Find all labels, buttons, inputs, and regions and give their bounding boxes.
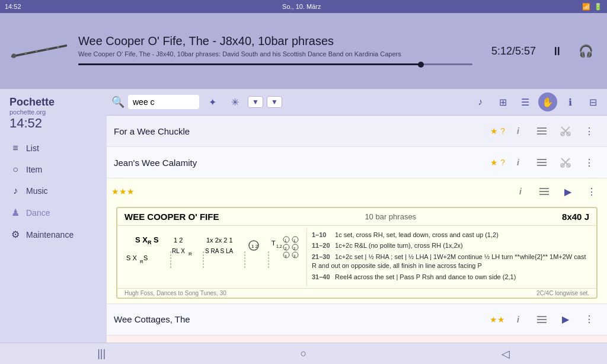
list-lines-icon2: [536, 158, 548, 167]
info-btn-wee-cottages[interactable]: i: [507, 309, 529, 330]
dance-row-wee-croft: ★★ i: [107, 336, 607, 343]
toolbar-hand-icon[interactable]: ✋: [538, 92, 557, 111]
info-btn-wee-croft[interactable]: i: [510, 338, 531, 343]
track-subtitle: Wee Cooper O' Fife, The - J8x40, 10bar p…: [78, 50, 472, 58]
info-btn-jeans-wee-calamity[interactable]: i: [507, 152, 529, 173]
home-button[interactable]: ○: [289, 345, 319, 362]
svg-text:2: 2: [285, 247, 287, 250]
sidebar-item-list[interactable]: ≡ List: [5, 138, 102, 158]
rating-jeans-wee-calamity: ★ ?: [490, 158, 505, 167]
progress-bar[interactable]: [78, 63, 472, 65]
svg-text:1,2: 1,2: [276, 244, 282, 248]
pause-button[interactable]: ⏸: [545, 39, 569, 63]
svg-point-4: [46, 48, 49, 50]
list-btn-wee-cottages[interactable]: [531, 309, 552, 330]
sidebar-label-dance: Dance: [26, 208, 50, 218]
scissors-icon: [560, 126, 571, 136]
svg-text:1 2: 1 2: [251, 244, 258, 249]
toolbar-music-icon[interactable]: ♪: [471, 92, 490, 111]
sidebar-item-item[interactable]: ○ Item: [5, 159, 102, 180]
time-display: 5:12/5:57: [491, 45, 536, 58]
svg-text:2: 2: [293, 247, 296, 250]
list-btn-wee-croft[interactable]: [533, 338, 555, 343]
filter-dropdown-2[interactable]: ▼: [267, 96, 282, 108]
play-btn-wee-cooper[interactable]: ▶: [557, 181, 579, 202]
status-icons: 📶 🔋: [582, 3, 602, 11]
info-btn-wee-cooper[interactable]: i: [510, 181, 531, 202]
item-icon: ○: [9, 164, 21, 175]
dance-icon: ♟: [9, 207, 21, 218]
recents-button[interactable]: ◁: [490, 345, 522, 363]
album-art: [9, 24, 69, 78]
headphones-button[interactable]: 🎧: [574, 39, 598, 63]
svg-text:S RA  S LA: S RA S LA: [205, 248, 234, 254]
progress-thumb: [418, 62, 424, 68]
search-icon: 🔍: [111, 95, 124, 108]
dance-row-wee-cooper-ofife: ★★★ i ▶ ⋮ WEE COO: [107, 178, 607, 304]
svg-text:S XR S: S XR S: [135, 235, 159, 245]
list-lines-icon4: [536, 315, 548, 324]
main-layout: Pochette pochette.org 14:52 ≡ List ○ Ite…: [0, 89, 607, 343]
svg-text:1: 1: [285, 239, 287, 242]
back-button[interactable]: |||: [85, 345, 117, 362]
dance-name-wee-cottages: Wee Cottages, The: [114, 314, 292, 324]
svg-text:1 2: 1 2: [174, 237, 183, 244]
dance-actions-wee-cottages: ★★ i ▶ ⋮: [490, 309, 600, 330]
svg-point-5: [57, 46, 59, 49]
list-lines-icon3: [538, 187, 550, 196]
svg-point-1: [12, 54, 16, 58]
app-name: Pochette: [5, 96, 102, 108]
filter-star-button[interactable]: ✦: [203, 92, 222, 111]
scissors-btn-for-a-wee-chuckle[interactable]: [555, 120, 576, 142]
svg-point-3: [36, 50, 38, 52]
card-phrase-wee-cooper: 10 bar phrases: [365, 212, 416, 221]
svg-text:1x 2x   2 1: 1x 2x 2 1: [206, 237, 233, 244]
search-input[interactable]: [128, 95, 199, 109]
toolbar-grid-icon[interactable]: ⊞: [493, 92, 512, 111]
more-btn-jeans-wee-calamity[interactable]: ⋮: [579, 152, 600, 173]
info-btn-for-a-wee-chuckle[interactable]: i: [507, 120, 529, 142]
scissors-btn-jeans-wee-calamity[interactable]: [555, 152, 576, 173]
status-time: 14:52: [5, 3, 21, 10]
sidebar-item-dance[interactable]: ♟ Dance: [5, 202, 102, 223]
list-icon: ≡: [9, 143, 21, 154]
list-btn-for-a-wee-chuckle[interactable]: [531, 120, 552, 142]
filter-dropdown-1[interactable]: ▼: [248, 96, 263, 108]
filter-snowflake-button[interactable]: ✳: [225, 92, 244, 111]
toolbar-info-icon[interactable]: ℹ: [561, 92, 580, 111]
toolbar-menu-icon[interactable]: ⊟: [583, 92, 602, 111]
app-url: pochette.org: [5, 108, 102, 116]
card-bars-wee-cooper: 8x40 J: [562, 212, 589, 222]
instruction-21-30: 21–30 1c+2c set | ½ RHA ; set | ½ LHA | …: [312, 253, 592, 271]
instruction-1-10: 1–10 1c set, cross RH, set, lead down, c…: [312, 231, 592, 240]
more-btn-for-a-wee-chuckle[interactable]: ⋮: [579, 120, 600, 142]
scissors-icon2: [560, 157, 571, 168]
play-btn-wee-cottages[interactable]: ▶: [555, 309, 576, 330]
dance-actions-wee-croft: i: [510, 338, 602, 343]
toolbar-list-icon[interactable]: ☰: [516, 92, 535, 111]
dance-actions-jeans-wee-calamity: ★ ? i ⋮: [490, 152, 600, 173]
bottom-nav: ||| ○ ◁: [0, 343, 607, 364]
music-icon: ♪: [9, 186, 21, 196]
content-area: 🔍 ✦ ✳ ▼ ▼ ♪ ⊞ ☰ ✋ ℹ ⊟ For a Wee Chuckle …: [107, 89, 607, 343]
more-btn-wee-cottages[interactable]: ⋮: [579, 309, 600, 330]
sidebar-label-maintenance: Maintenance: [26, 230, 74, 240]
more-btn-wee-cooper[interactable]: ⋮: [581, 181, 602, 202]
dance-row-wee-cottages: Wee Cottages, The ★★ i ▶ ⋮: [107, 304, 607, 336]
card-title-wee-cooper: WEE COOPER O' FIFE: [124, 212, 219, 222]
card-footer-left-wee-cooper: Hugh Foss, Dances to Song Tunes, 30: [124, 290, 226, 296]
player: Wee Cooper O' Fife, The - J8x40, 10bar p…: [0, 13, 607, 89]
more-btn-wee-croft[interactable]: ⋮: [581, 338, 602, 343]
sidebar-item-maintenance[interactable]: ⚙ Maintenance: [5, 224, 102, 245]
sidebar-item-music[interactable]: ♪ Music: [5, 181, 102, 201]
track-title: Wee Cooper O' Fife, The - J8x40, 10bar p…: [78, 34, 472, 48]
rating-wee-cottages: ★★: [490, 315, 505, 324]
svg-text:RL  X: RL X: [172, 248, 185, 254]
list-btn-jeans-wee-calamity[interactable]: [531, 152, 552, 173]
card-header-wee-cooper: WEE COOPER O' FIFE 10 bar phrases 8x40 J: [117, 208, 596, 226]
instruction-11-20: 11–20 1c+2c R&L (no polite turn), cross …: [312, 241, 592, 250]
dance-row-for-a-wee-chuckle: For a Wee Chuckle ★ ? i: [107, 116, 607, 147]
card-body-wee-cooper: S XR S S X R S 1 2 RL X R: [117, 226, 596, 288]
list-btn-wee-cooper[interactable]: [533, 181, 555, 202]
scissors-btn-wee-croft[interactable]: [557, 338, 579, 343]
